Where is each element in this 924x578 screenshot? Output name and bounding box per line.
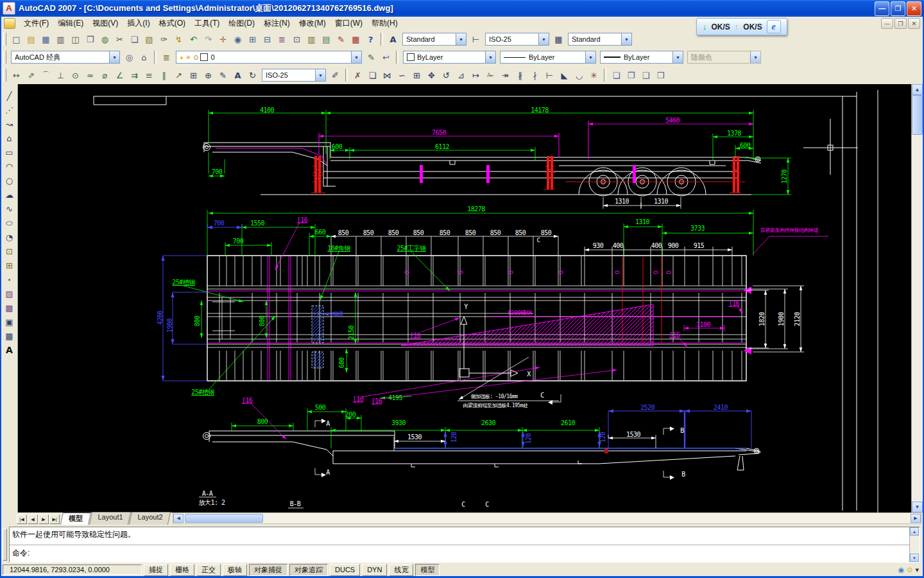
- lineweight-combo[interactable]: ByLayer▾: [600, 51, 683, 64]
- scroll-up-icon[interactable]: ▲: [912, 84, 923, 95]
- dimension-text-edit-icon[interactable]: A: [230, 68, 245, 82]
- etransmit-icon[interactable]: ◍: [98, 32, 112, 46]
- tab-model[interactable]: 模型: [60, 512, 91, 525]
- tab-first-icon[interactable]: |◀: [17, 514, 27, 524]
- command-scrollbar[interactable]: ▲ ▼: [909, 527, 920, 562]
- polygon-icon[interactable]: ⌂: [3, 131, 17, 145]
- quickcalc-icon[interactable]: ▦: [348, 32, 363, 46]
- dim-style-combo[interactable]: ISO-25▾: [485, 33, 549, 46]
- pan-icon[interactable]: ✛: [216, 32, 230, 46]
- workspace-combo[interactable]: AutoCAD 经典▾: [11, 51, 120, 64]
- dim-linear-icon[interactable]: ↔: [9, 68, 24, 82]
- chamfer-icon[interactable]: ◣: [557, 68, 572, 82]
- polyline-icon[interactable]: ↝: [3, 117, 17, 131]
- dim-arc-length-icon[interactable]: ⌒: [38, 68, 53, 82]
- status-tray-expand-icon[interactable]: ▾: [915, 566, 919, 574]
- undo-icon[interactable]: ↶: [186, 32, 201, 46]
- command-input[interactable]: 命令:: [10, 545, 920, 561]
- layer-previous-icon[interactable]: ↩: [379, 50, 393, 64]
- my-workspace-icon[interactable]: ⌂: [137, 50, 151, 64]
- chevron-down-icon[interactable]: ▾: [109, 51, 119, 63]
- layer-combo[interactable]: ● ☀ ⊙ 0▾: [176, 51, 362, 64]
- bring-above-icon[interactable]: ❑: [638, 68, 653, 82]
- dim-diameter-icon[interactable]: ⌀: [98, 68, 112, 82]
- upload-arrow-icon[interactable]: ↑: [735, 22, 739, 31]
- menu-view[interactable]: 视图(V): [88, 17, 123, 30]
- dyn-toggle[interactable]: DYN: [362, 564, 387, 576]
- scroll-left-icon[interactable]: ◀: [173, 514, 184, 523]
- menu-edit[interactable]: 编辑(E): [53, 17, 88, 30]
- minimize-button[interactable]: —: [875, 1, 889, 16]
- tab-prev-icon[interactable]: ◀: [28, 514, 38, 524]
- ellipse-arc-icon[interactable]: ◔: [3, 230, 17, 244]
- new-file-icon[interactable]: □: [9, 32, 24, 46]
- dim-radius-icon[interactable]: ⊙: [68, 68, 83, 82]
- tab-last-icon[interactable]: ▶|: [49, 514, 60, 524]
- point-icon[interactable]: ·: [3, 272, 17, 286]
- dim-ordinate-icon[interactable]: ⊥: [53, 68, 68, 82]
- rectangle-icon[interactable]: ▭: [3, 145, 17, 159]
- zoom-realtime-icon[interactable]: ◉: [230, 32, 245, 46]
- communication-center-icon[interactable]: ◉: [898, 566, 905, 574]
- lineweight-toggle[interactable]: 线宽: [389, 564, 413, 576]
- layer-properties-icon[interactable]: ≣: [159, 50, 174, 64]
- color-combo[interactable]: ByLayer▾: [403, 51, 496, 64]
- region-icon[interactable]: ▣: [3, 315, 17, 329]
- zoom-window-icon[interactable]: ⊞: [245, 32, 260, 46]
- menu-modify[interactable]: 修改(M): [295, 17, 330, 30]
- table-icon[interactable]: ▦: [3, 329, 17, 343]
- hatch-icon[interactable]: ▨: [3, 286, 17, 301]
- otrack-toggle[interactable]: 对象追踪: [289, 564, 328, 576]
- model-toggle[interactable]: 模型: [415, 564, 440, 576]
- gradient-icon[interactable]: ▩: [3, 301, 17, 315]
- menu-insert[interactable]: 插入(I): [123, 17, 154, 30]
- bring-to-front-icon[interactable]: ❏: [609, 68, 624, 82]
- restore-button[interactable]: ❐: [891, 1, 905, 16]
- scroll-right-icon[interactable]: ▶: [911, 514, 921, 523]
- menu-tools[interactable]: 工具(T): [190, 17, 224, 30]
- circle-icon[interactable]: ○: [3, 173, 17, 188]
- command-history[interactable]: 软件一起使用可能导致稳定性问题。: [10, 527, 920, 545]
- dim-style-manager-icon[interactable]: ✐: [328, 68, 343, 82]
- revision-cloud-icon[interactable]: ☁: [3, 188, 17, 202]
- chevron-down-icon[interactable]: ▾: [315, 69, 325, 81]
- tab-layout1[interactable]: Layout1: [89, 512, 131, 525]
- command-scroll-down-icon[interactable]: ▼: [910, 554, 919, 562]
- menu-dimension[interactable]: 标注(N): [259, 17, 295, 30]
- tolerance-icon[interactable]: ⊞: [186, 68, 201, 82]
- ellipse-icon[interactable]: ○: [3, 216, 17, 230]
- mdi-restore-button[interactable]: ❐: [894, 18, 907, 29]
- quick-dimension-icon[interactable]: ⇉: [127, 68, 142, 82]
- quick-leader-icon[interactable]: ↗: [171, 68, 186, 82]
- plot-icon[interactable]: ▥: [53, 32, 68, 46]
- dim-style-combo-2[interactable]: ISO-25▾: [262, 69, 326, 82]
- oks-down-button[interactable]: OK/S: [712, 22, 730, 31]
- move-icon[interactable]: ✥: [424, 68, 439, 82]
- scrollbar-thumb[interactable]: [912, 95, 923, 135]
- plot-preview-icon[interactable]: ◫: [68, 32, 83, 46]
- dim-baseline-icon[interactable]: ≡: [142, 68, 157, 82]
- text-style-icon[interactable]: A: [386, 32, 400, 46]
- hscrollbar-thumb[interactable]: [185, 514, 263, 523]
- publish-icon[interactable]: ❐: [83, 32, 98, 46]
- stretch-icon[interactable]: ↦: [468, 68, 483, 82]
- copy-object-icon[interactable]: ❏: [365, 68, 380, 82]
- designcenter-icon[interactable]: ⊡: [289, 32, 304, 46]
- workspace-settings-icon[interactable]: ◎: [122, 50, 137, 64]
- copy-icon[interactable]: ❏: [127, 32, 142, 46]
- chevron-down-icon[interactable]: ▾: [621, 33, 631, 45]
- insert-block-icon[interactable]: ⊡: [3, 244, 17, 258]
- dim-jogged-icon[interactable]: ≈: [83, 68, 98, 82]
- menu-window[interactable]: 窗口(W): [330, 17, 367, 30]
- dim-aligned-icon[interactable]: ⇗: [24, 68, 38, 82]
- save-icon[interactable]: ▦: [38, 32, 53, 46]
- erase-icon[interactable]: ✗: [350, 68, 365, 82]
- mdi-close-button[interactable]: ✕: [908, 18, 920, 29]
- command-window-grip[interactable]: [3, 529, 7, 561]
- redo-icon[interactable]: ↷: [201, 32, 216, 46]
- drawing-canvas[interactable]: 4100141785460765013786006006112700127013…: [18, 84, 911, 512]
- chevron-down-icon[interactable]: ▾: [672, 51, 683, 63]
- dim-continue-icon[interactable]: ∥: [157, 68, 171, 82]
- help-icon[interactable]: ?: [363, 32, 378, 46]
- mirror-icon[interactable]: ⋈: [380, 68, 395, 82]
